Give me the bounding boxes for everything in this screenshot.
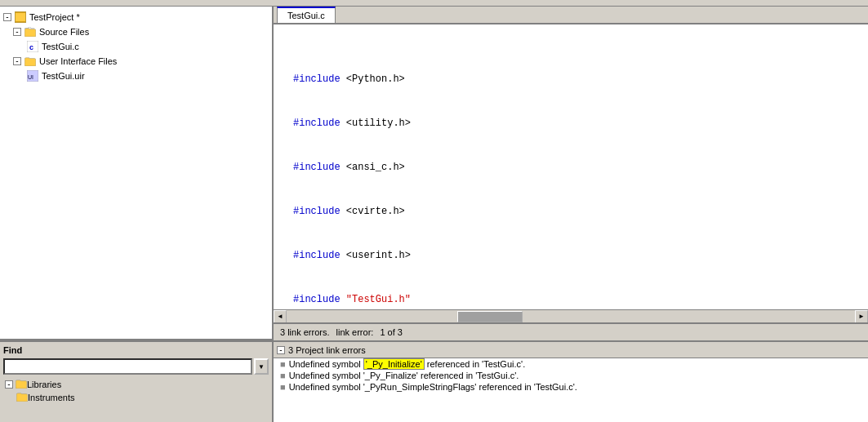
h-scroll-thumb[interactable]	[457, 311, 523, 322]
libraries-folder-icon	[16, 379, 27, 390]
find-tree-instruments[interactable]: Instruments	[3, 391, 269, 404]
code-content: #include <Python.h> #include <utility.h>…	[274, 24, 868, 309]
tab-label: TestGui.c	[287, 11, 325, 20]
svg-text:c: c	[29, 43, 33, 51]
error-item-2: ■ Undefined symbol '_Py_Finalize' refere…	[274, 370, 868, 381]
error-bullet-1: ■	[280, 359, 286, 369]
svg-text:UI: UI	[28, 74, 33, 80]
line-marker	[280, 160, 293, 175]
error-item-1: ■ Undefined symbol '_Py_Initialize' refe…	[274, 358, 868, 370]
tree-ui-files[interactable]: - User Interface Files	[0, 54, 272, 69]
ui-folder-icon	[24, 55, 37, 68]
tab-testgui-c[interactable]: TestGui.c	[277, 7, 336, 23]
find-tree: - Libraries Instruments	[3, 378, 269, 404]
project-expander[interactable]: -	[3, 13, 11, 21]
line-marker	[280, 116, 293, 131]
line-marker	[280, 292, 293, 307]
ui-files-label: User Interface Files	[39, 56, 117, 66]
code-line: #include <ansi_c.h>	[280, 160, 861, 175]
instruments-folder-icon	[16, 392, 28, 403]
instruments-label: Instruments	[28, 393, 74, 402]
project-icon	[14, 11, 27, 24]
left-panel: - TestProject * - Sour	[0, 7, 274, 422]
c-file-icon: c	[26, 40, 39, 53]
error-text-3: Undefined symbol '_PyRun_SimpleStringFla…	[289, 382, 577, 392]
tree-testgui-uir[interactable]: UI TestGui.uir	[0, 69, 272, 83]
error-panel-header: - 3 Project link errors	[274, 342, 868, 358]
find-label: Find	[3, 345, 269, 355]
svg-rect-1	[16, 13, 25, 21]
libraries-label: Libraries	[27, 380, 61, 389]
h-scroll-right-btn[interactable]: ►	[855, 310, 868, 323]
find-section: Find ▼ - Libraries	[0, 340, 272, 422]
error-item-3: ■ Undefined symbol '_PyRun_SimpleStringF…	[274, 381, 868, 393]
folder-icon	[24, 25, 37, 38]
link-error-label: link error:	[336, 327, 374, 337]
find-tree-libraries[interactable]: - Libraries	[3, 378, 269, 391]
source-files-expander[interactable]: -	[13, 28, 21, 36]
h-scroll-track[interactable]	[287, 311, 855, 322]
horizontal-scrollbar[interactable]: ◄ ►	[274, 309, 868, 322]
tree-project-root[interactable]: - TestProject *	[0, 10, 272, 24]
h-scroll-left-btn[interactable]: ◄	[274, 310, 287, 323]
status-bar: 3 link errors. link error: 1 of 3	[274, 322, 868, 340]
code-line: #include <Python.h>	[280, 72, 861, 87]
testgui-c-label: TestGui.c	[42, 42, 79, 51]
right-panel: TestGui.c #include <Python.h> #include <…	[274, 7, 868, 422]
find-dropdown-button[interactable]: ▼	[254, 358, 269, 375]
error-panel-expander[interactable]: -	[277, 346, 285, 354]
find-input[interactable]	[3, 358, 252, 375]
source-files-label: Source Files	[39, 27, 89, 37]
code-line: #include <userint.h>	[280, 248, 861, 263]
tree-testgui-c[interactable]: c TestGui.c	[0, 39, 272, 54]
code-line: #include <utility.h>	[280, 116, 861, 131]
line-marker	[280, 72, 293, 87]
tree-source-files[interactable]: - Source Files	[0, 24, 272, 39]
error-bullet-3: ■	[280, 382, 286, 392]
line-marker	[280, 204, 293, 219]
code-editor[interactable]: #include <Python.h> #include <utility.h>…	[274, 24, 868, 309]
project-label: TestProject *	[29, 12, 80, 22]
error-highlight-1: '_Py_Initialize'	[363, 358, 425, 370]
error-text-2: Undefined symbol '_Py_Finalize' referenc…	[289, 371, 519, 380]
error-panel: - 3 Project link errors ■ Undefined symb…	[274, 340, 868, 422]
ui-files-expander[interactable]: -	[13, 57, 21, 65]
uir-file-icon: UI	[26, 69, 39, 82]
tab-bar: TestGui.c	[274, 7, 868, 24]
error-bullet-2: ■	[280, 371, 286, 380]
project-tree: - TestProject * - Sour	[0, 7, 272, 340]
code-line: #include <cvirte.h>	[280, 204, 861, 219]
testgui-uir-label: TestGui.uir	[42, 71, 85, 81]
line-marker	[280, 248, 293, 263]
libraries-expander[interactable]: -	[5, 380, 13, 389]
error-panel-title: 3 Project link errors	[288, 345, 366, 355]
code-line: #include "TestGui.h"	[280, 292, 861, 307]
error-text-1: Undefined symbol '_Py_Initialize' refere…	[289, 359, 526, 369]
link-errors-count: 3 link errors.	[280, 327, 330, 337]
link-error-value: 1 of 3	[380, 327, 403, 337]
